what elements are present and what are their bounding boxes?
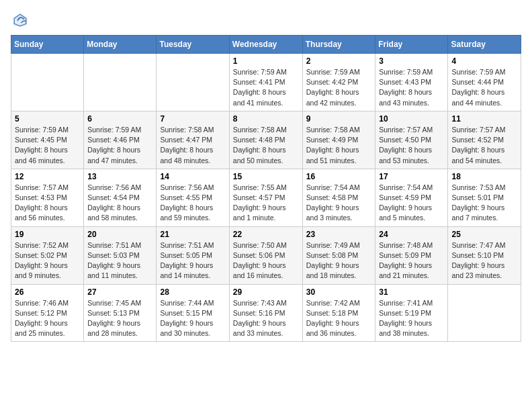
day-info: Sunrise: 7:59 AM Sunset: 4:46 PM Dayligh… <box>87 125 152 166</box>
calendar-cell: 13Sunrise: 7:56 AM Sunset: 4:54 PM Dayli… <box>84 169 157 226</box>
day-number: 8 <box>233 114 299 124</box>
day-number: 13 <box>87 172 152 181</box>
calendar-cell <box>11 54 84 111</box>
calendar-cell: 26Sunrise: 7:46 AM Sunset: 5:12 PM Dayli… <box>11 284 84 342</box>
calendar-cell: 2Sunrise: 7:59 AM Sunset: 4:42 PM Daylig… <box>302 54 375 111</box>
day-info: Sunrise: 7:52 AM Sunset: 5:02 PM Dayligh… <box>15 240 80 281</box>
calendar-cell: 25Sunrise: 7:47 AM Sunset: 5:10 PM Dayli… <box>448 226 521 284</box>
day-number: 31 <box>379 287 444 297</box>
day-info: Sunrise: 7:56 AM Sunset: 4:54 PM Dayligh… <box>87 183 152 224</box>
day-info: Sunrise: 7:48 AM Sunset: 5:09 PM Dayligh… <box>379 240 444 281</box>
day-number: 21 <box>160 230 225 239</box>
day-number: 28 <box>160 287 225 297</box>
calendar-week-5: 26Sunrise: 7:46 AM Sunset: 5:12 PM Dayli… <box>11 284 521 342</box>
logo <box>11 11 32 30</box>
calendar-cell: 3Sunrise: 7:59 AM Sunset: 4:43 PM Daylig… <box>375 54 448 111</box>
page-header <box>11 11 521 30</box>
calendar-week-1: 1Sunrise: 7:59 AM Sunset: 4:41 PM Daylig… <box>11 54 521 111</box>
day-info: Sunrise: 7:59 AM Sunset: 4:41 PM Dayligh… <box>233 67 299 108</box>
day-number: 16 <box>306 172 372 181</box>
calendar-cell <box>448 284 521 342</box>
weekday-header-monday: Monday <box>84 36 157 54</box>
day-info: Sunrise: 7:57 AM Sunset: 4:50 PM Dayligh… <box>379 125 444 166</box>
day-info: Sunrise: 7:53 AM Sunset: 5:01 PM Dayligh… <box>451 183 517 224</box>
day-info: Sunrise: 7:42 AM Sunset: 5:18 PM Dayligh… <box>306 298 372 339</box>
day-number: 9 <box>306 114 372 124</box>
calendar-week-2: 5Sunrise: 7:59 AM Sunset: 4:45 PM Daylig… <box>11 111 521 169</box>
weekday-header-friday: Friday <box>375 36 448 54</box>
day-info: Sunrise: 7:59 AM Sunset: 4:43 PM Dayligh… <box>379 67 444 108</box>
day-number: 17 <box>379 172 444 181</box>
day-info: Sunrise: 7:51 AM Sunset: 5:03 PM Dayligh… <box>87 240 152 281</box>
calendar-week-3: 12Sunrise: 7:57 AM Sunset: 4:53 PM Dayli… <box>11 169 521 226</box>
day-info: Sunrise: 7:57 AM Sunset: 4:52 PM Dayligh… <box>451 125 517 166</box>
calendar-cell: 31Sunrise: 7:41 AM Sunset: 5:19 PM Dayli… <box>375 284 448 342</box>
day-number: 12 <box>15 172 80 181</box>
day-number: 3 <box>379 56 444 66</box>
day-number: 22 <box>233 230 299 239</box>
calendar-cell: 18Sunrise: 7:53 AM Sunset: 5:01 PM Dayli… <box>448 169 521 226</box>
day-number: 27 <box>87 287 152 297</box>
calendar-cell: 4Sunrise: 7:59 AM Sunset: 4:44 PM Daylig… <box>448 54 521 111</box>
calendar-cell: 20Sunrise: 7:51 AM Sunset: 5:03 PM Dayli… <box>84 226 157 284</box>
weekday-header-sunday: Sunday <box>11 36 84 54</box>
svg-marker-0 <box>13 13 28 28</box>
day-number: 10 <box>379 114 444 124</box>
calendar-week-4: 19Sunrise: 7:52 AM Sunset: 5:02 PM Dayli… <box>11 226 521 284</box>
day-info: Sunrise: 7:51 AM Sunset: 5:05 PM Dayligh… <box>160 240 225 281</box>
calendar-cell: 11Sunrise: 7:57 AM Sunset: 4:52 PM Dayli… <box>448 111 521 169</box>
weekday-header-wednesday: Wednesday <box>229 36 302 54</box>
calendar-cell: 22Sunrise: 7:50 AM Sunset: 5:06 PM Dayli… <box>229 226 302 284</box>
calendar-cell: 9Sunrise: 7:58 AM Sunset: 4:49 PM Daylig… <box>302 111 375 169</box>
day-info: Sunrise: 7:49 AM Sunset: 5:08 PM Dayligh… <box>306 240 372 281</box>
calendar-cell: 19Sunrise: 7:52 AM Sunset: 5:02 PM Dayli… <box>11 226 84 284</box>
calendar-header: SundayMondayTuesdayWednesdayThursdayFrid… <box>11 36 521 54</box>
calendar-table: SundayMondayTuesdayWednesdayThursdayFrid… <box>11 35 521 342</box>
calendar-cell: 5Sunrise: 7:59 AM Sunset: 4:45 PM Daylig… <box>11 111 84 169</box>
day-info: Sunrise: 7:54 AM Sunset: 4:58 PM Dayligh… <box>306 183 372 224</box>
day-number: 6 <box>87 114 152 124</box>
calendar-cell: 6Sunrise: 7:59 AM Sunset: 4:46 PM Daylig… <box>84 111 157 169</box>
weekday-header-saturday: Saturday <box>448 36 521 54</box>
calendar-cell: 10Sunrise: 7:57 AM Sunset: 4:50 PM Dayli… <box>375 111 448 169</box>
calendar-cell: 30Sunrise: 7:42 AM Sunset: 5:18 PM Dayli… <box>302 284 375 342</box>
calendar-cell: 12Sunrise: 7:57 AM Sunset: 4:53 PM Dayli… <box>11 169 84 226</box>
calendar-cell <box>157 54 229 111</box>
day-info: Sunrise: 7:45 AM Sunset: 5:13 PM Dayligh… <box>87 298 152 339</box>
day-number: 18 <box>451 172 517 181</box>
day-number: 2 <box>306 56 372 66</box>
day-info: Sunrise: 7:43 AM Sunset: 5:16 PM Dayligh… <box>233 298 299 339</box>
weekday-row: SundayMondayTuesdayWednesdayThursdayFrid… <box>11 36 521 54</box>
day-info: Sunrise: 7:46 AM Sunset: 5:12 PM Dayligh… <box>15 298 80 339</box>
day-number: 5 <box>15 114 80 124</box>
calendar-cell: 15Sunrise: 7:55 AM Sunset: 4:57 PM Dayli… <box>229 169 302 226</box>
calendar-cell: 1Sunrise: 7:59 AM Sunset: 4:41 PM Daylig… <box>229 54 302 111</box>
calendar-cell: 8Sunrise: 7:58 AM Sunset: 4:48 PM Daylig… <box>229 111 302 169</box>
weekday-header-tuesday: Tuesday <box>157 36 229 54</box>
day-info: Sunrise: 7:58 AM Sunset: 4:47 PM Dayligh… <box>160 125 225 166</box>
day-info: Sunrise: 7:59 AM Sunset: 4:42 PM Dayligh… <box>306 67 372 108</box>
calendar-cell: 14Sunrise: 7:56 AM Sunset: 4:55 PM Dayli… <box>157 169 229 226</box>
calendar-cell: 24Sunrise: 7:48 AM Sunset: 5:09 PM Dayli… <box>375 226 448 284</box>
day-info: Sunrise: 7:58 AM Sunset: 4:49 PM Dayligh… <box>306 125 372 166</box>
day-info: Sunrise: 7:54 AM Sunset: 4:59 PM Dayligh… <box>379 183 444 224</box>
calendar-cell: 16Sunrise: 7:54 AM Sunset: 4:58 PM Dayli… <box>302 169 375 226</box>
calendar-cell: 7Sunrise: 7:58 AM Sunset: 4:47 PM Daylig… <box>157 111 229 169</box>
calendar-cell: 28Sunrise: 7:44 AM Sunset: 5:15 PM Dayli… <box>157 284 229 342</box>
day-info: Sunrise: 7:50 AM Sunset: 5:06 PM Dayligh… <box>233 240 299 281</box>
calendar-cell: 27Sunrise: 7:45 AM Sunset: 5:13 PM Dayli… <box>84 284 157 342</box>
calendar-cell: 21Sunrise: 7:51 AM Sunset: 5:05 PM Dayli… <box>157 226 229 284</box>
calendar-body: 1Sunrise: 7:59 AM Sunset: 4:41 PM Daylig… <box>11 54 521 342</box>
day-info: Sunrise: 7:59 AM Sunset: 4:45 PM Dayligh… <box>15 125 80 166</box>
calendar-cell: 29Sunrise: 7:43 AM Sunset: 5:16 PM Dayli… <box>229 284 302 342</box>
day-info: Sunrise: 7:58 AM Sunset: 4:48 PM Dayligh… <box>233 125 299 166</box>
day-number: 1 <box>233 56 299 66</box>
day-info: Sunrise: 7:44 AM Sunset: 5:15 PM Dayligh… <box>160 298 225 339</box>
day-number: 20 <box>87 230 152 239</box>
day-number: 15 <box>233 172 299 181</box>
day-number: 11 <box>451 114 517 124</box>
day-number: 4 <box>451 56 517 66</box>
day-info: Sunrise: 7:55 AM Sunset: 4:57 PM Dayligh… <box>233 183 299 224</box>
day-info: Sunrise: 7:47 AM Sunset: 5:10 PM Dayligh… <box>451 240 517 281</box>
day-info: Sunrise: 7:41 AM Sunset: 5:19 PM Dayligh… <box>379 298 444 339</box>
